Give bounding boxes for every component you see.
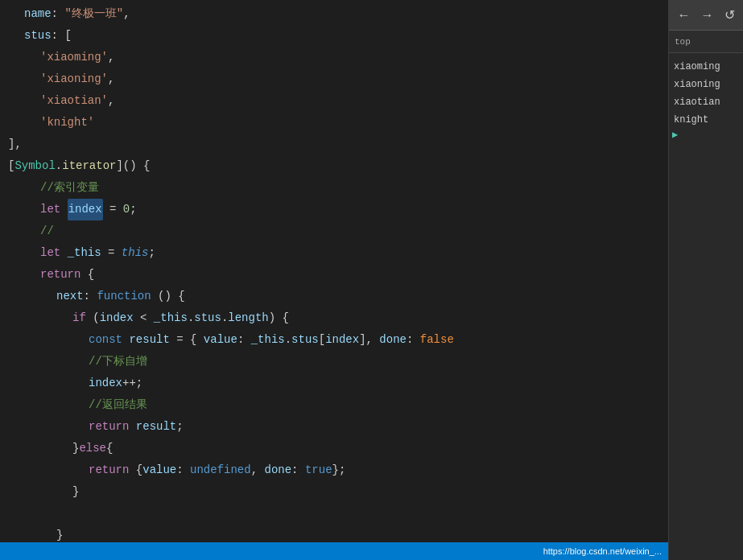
token <box>60 199 67 220</box>
token: { <box>106 438 113 459</box>
token: } <box>72 438 79 459</box>
token: _this <box>68 242 101 264</box>
token: value <box>142 459 176 481</box>
token: index <box>68 199 103 220</box>
token <box>129 416 135 438</box>
token: stus <box>291 329 319 351</box>
status-url: https://blog.csdn.net/weixin_... <box>543 546 662 556</box>
tab-top[interactable]: top <box>672 37 693 47</box>
token: return <box>89 459 129 481</box>
token: stus <box>194 307 221 329</box>
token: . <box>221 307 228 329</box>
token: 'knight' <box>40 112 94 134</box>
code-line: stus: [ <box>8 25 668 47</box>
token: 'xiaoning' <box>40 68 108 90</box>
token: _this <box>251 329 285 351</box>
refresh-button[interactable]: ↺ <box>721 6 738 24</box>
token: }; <box>332 459 346 481</box>
token: ; <box>130 199 136 220</box>
code-line: return { <box>8 264 668 286</box>
browser-tabs: top <box>669 31 743 53</box>
token: // <box>40 220 54 242</box>
console-item: knight <box>672 111 740 129</box>
console-item: xiaoning <box>672 76 740 93</box>
token: , <box>108 90 114 112</box>
console-item: xiaotian <box>672 93 740 111</box>
token: _this <box>154 307 188 329</box>
token: let <box>40 242 60 264</box>
token: const <box>89 329 122 351</box>
token: = { <box>170 329 204 351</box>
token: , <box>251 459 265 481</box>
token: //下标自增 <box>89 351 147 373</box>
token: : <box>52 3 65 25</box>
code-area: name: "终极一班",stus: ['xiaoming','xiaoning… <box>0 0 668 560</box>
back-button[interactable]: ← <box>675 6 694 24</box>
token <box>60 242 67 264</box>
token: [ <box>319 329 325 351</box>
code-line: //返回结果 <box>8 394 668 416</box>
token: //索引变量 <box>40 177 99 199</box>
token: result <box>129 329 169 351</box>
code-line: 'knight' <box>8 112 668 134</box>
token: ], <box>359 329 379 351</box>
token: iterator <box>62 155 116 177</box>
token: 0 <box>123 199 130 220</box>
code-line: } <box>8 481 668 503</box>
editor-panel: name: "终极一班",stus: ['xiaoming','xiaoning… <box>0 0 668 560</box>
token: if <box>72 307 86 329</box>
code-line: 'xiaoning', <box>8 68 668 90</box>
code-line: return result; <box>8 416 668 438</box>
token: length <box>228 307 268 329</box>
token: < <box>134 307 154 329</box>
token: ; <box>148 242 155 264</box>
code-line: next: function () { <box>8 286 668 307</box>
token: "终极一班" <box>64 3 123 25</box>
token: false <box>420 329 454 351</box>
token: , <box>108 68 114 90</box>
code-line: // <box>8 220 668 242</box>
token: : <box>176 459 190 481</box>
token: function <box>97 286 151 307</box>
console-arrow: ▶ <box>672 129 740 141</box>
code-line: 'xiaoming', <box>8 47 668 68</box>
token: ], <box>8 134 22 155</box>
forward-button[interactable]: → <box>698 6 717 24</box>
code-line: if (index < _this.stus.length) { <box>8 307 668 329</box>
token: Symbol <box>14 155 55 177</box>
token: next <box>56 286 84 307</box>
token: ; <box>176 416 183 438</box>
code-line: ], <box>8 134 668 155</box>
code-line: return {value: undefined, done: true}; <box>8 459 668 481</box>
token: return <box>89 416 129 438</box>
token: 'xiaotian' <box>40 90 108 112</box>
token: stus <box>24 25 52 47</box>
token: ++; <box>122 373 142 394</box>
code-line: let _this = this; <box>8 242 668 264</box>
code-line: let index = 0; <box>8 199 668 220</box>
token: return <box>40 264 80 286</box>
token: : <box>84 286 97 307</box>
token: index <box>325 329 359 351</box>
token: true <box>305 459 332 481</box>
token: { <box>80 264 94 286</box>
code-line <box>8 503 668 525</box>
code-line: index++; <box>8 373 668 394</box>
token: { <box>129 459 142 481</box>
token: 'xiaoming' <box>40 47 108 68</box>
token: undefined <box>190 459 251 481</box>
token: this <box>122 242 149 264</box>
token: . <box>56 155 62 177</box>
code-line: name: "终极一班", <box>8 3 668 25</box>
token: let <box>40 199 60 220</box>
token: } <box>72 481 79 503</box>
token: [ <box>8 155 14 177</box>
token: done <box>265 459 292 481</box>
token: value <box>204 329 237 351</box>
token: : <box>291 459 305 481</box>
token: , <box>108 47 114 68</box>
token: . <box>188 307 194 329</box>
token: : <box>237 329 251 351</box>
browser-panel: ← → ↺ top xiaomingxiaoningxiaotianknight… <box>668 0 743 560</box>
token: else <box>79 438 106 459</box>
